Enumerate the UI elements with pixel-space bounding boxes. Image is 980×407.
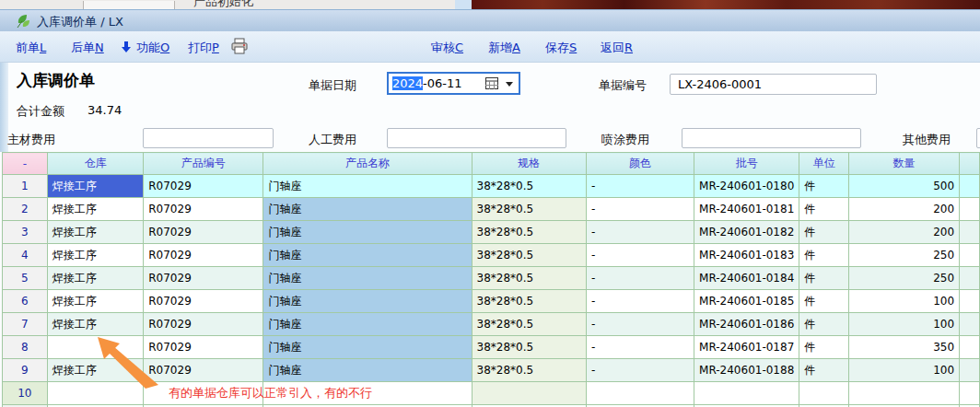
row-number-cell[interactable]: 8	[3, 336, 48, 359]
cell-qty[interactable]: 200	[849, 221, 960, 244]
material-fee-input[interactable]	[143, 128, 274, 148]
prev-doc-button[interactable]: 前单L	[16, 40, 46, 56]
cell-batch[interactable]: MR-240601-0187	[694, 336, 799, 359]
cell-color[interactable]: -	[587, 198, 694, 221]
cell-spec[interactable]	[472, 382, 586, 405]
functions-menu-button[interactable]: 功能O	[136, 40, 169, 56]
cell-batch[interactable]: MR-240601-0182	[694, 221, 799, 244]
cell-spec[interactable]: 38*28*0.5	[472, 290, 586, 313]
cell-name[interactable]: 门轴座	[263, 290, 472, 313]
cell-name[interactable]: 门轴座	[263, 198, 472, 221]
cell-batch[interactable]: MR-240601-0188	[694, 359, 799, 382]
calendar-icon[interactable]	[485, 77, 498, 89]
cell-spec[interactable]: 38*28*0.5	[472, 359, 586, 382]
doc-no-input[interactable]: LX-2406-0001	[670, 74, 877, 95]
cell-name[interactable]: 门轴座	[263, 359, 472, 382]
audit-button[interactable]: 审核C	[431, 40, 463, 56]
cell-warehouse[interactable]: 焊接工序	[47, 290, 144, 313]
cell-batch[interactable]: MR-240601-0180	[694, 175, 799, 198]
cell-name[interactable]: 门轴座	[263, 313, 472, 336]
cell-unit[interactable]: 件	[799, 359, 849, 382]
doc-date-input[interactable]: 2024 -06-11	[387, 72, 520, 95]
cell-batch[interactable]: MR-240601-0186	[694, 313, 799, 336]
cell-code[interactable]: R07029	[144, 290, 263, 313]
cell-spec[interactable]: 38*28*0.5	[472, 198, 586, 221]
column-header[interactable]: 产品名称	[263, 153, 472, 175]
labor-fee-input[interactable]	[387, 128, 566, 148]
row-number-cell[interactable]: 10	[3, 382, 48, 405]
cell-unit[interactable]: 件	[799, 198, 849, 221]
spray-fee-input[interactable]	[682, 128, 861, 148]
cell-unit[interactable]: 件	[799, 313, 849, 336]
cell-qty[interactable]: 100	[849, 359, 960, 382]
cell-color[interactable]: -	[587, 336, 694, 359]
column-header[interactable]: 单位	[799, 153, 849, 175]
row-number-cell[interactable]: 5	[3, 267, 48, 290]
cell-code[interactable]: R07029	[144, 267, 263, 290]
cell-qty[interactable]: 100	[849, 313, 960, 336]
cell-qty[interactable]: 200	[849, 198, 960, 221]
cell-spec[interactable]: 38*28*0.5	[472, 221, 586, 244]
cell-code[interactable]: R07029	[144, 244, 263, 267]
cell-color[interactable]	[587, 382, 694, 405]
cell-color[interactable]: -	[587, 290, 694, 313]
cell-batch[interactable]: MR-240601-0184	[694, 267, 799, 290]
save-button[interactable]: 保存S	[545, 40, 577, 56]
cell-qty[interactable]: 100	[849, 290, 960, 313]
cell-unit[interactable]: 件	[799, 290, 849, 313]
cell-code[interactable]: R07029	[144, 198, 263, 221]
cell-unit[interactable]	[799, 382, 849, 405]
cell-color[interactable]: -	[587, 359, 694, 382]
cell-color[interactable]: -	[587, 244, 694, 267]
cell-code[interactable]: R07029	[144, 175, 263, 198]
cell-color[interactable]: -	[587, 175, 694, 198]
cell-unit[interactable]: 件	[799, 221, 849, 244]
row-number-cell[interactable]: 3	[3, 221, 48, 244]
cell-spec[interactable]: 38*28*0.5	[472, 175, 586, 198]
column-header[interactable]: 仓库	[47, 153, 144, 175]
cell-batch[interactable]: MR-240601-0181	[694, 198, 799, 221]
cell-name[interactable]: 门轴座	[263, 244, 472, 267]
cell-spec[interactable]: 38*28*0.5	[472, 336, 586, 359]
row-number-cell[interactable]: 7	[3, 313, 48, 336]
column-header[interactable]: 规格	[472, 153, 586, 175]
row-number-cell[interactable]: 4	[3, 244, 48, 267]
cell-warehouse[interactable]: 焊接工序	[47, 198, 144, 221]
cell-spec[interactable]: 38*28*0.5	[472, 244, 586, 267]
cell-code[interactable]: R07029	[144, 221, 263, 244]
cell-unit[interactable]: 件	[799, 336, 849, 359]
date-dropdown-arrow-icon[interactable]	[506, 82, 513, 87]
cell-batch[interactable]	[694, 382, 799, 405]
cell-warehouse[interactable]: 焊接工序	[47, 221, 144, 244]
cell-warehouse[interactable]: 焊接工序	[47, 244, 144, 267]
column-header[interactable]: 数量	[849, 153, 960, 175]
row-number-cell[interactable]: 2	[3, 198, 48, 221]
other-fee-input[interactable]	[976, 128, 980, 148]
row-number-cell[interactable]: 6	[3, 290, 48, 313]
cell-qty[interactable]	[849, 382, 960, 405]
cell-qty[interactable]: 350	[849, 336, 960, 359]
add-new-button[interactable]: 新增A	[488, 40, 520, 56]
printer-icon[interactable]	[230, 38, 249, 54]
cell-name[interactable]: 门轴座	[263, 221, 472, 244]
cell-qty[interactable]: 500	[849, 175, 960, 198]
column-header[interactable]: -	[3, 153, 48, 175]
cell-name[interactable]: 门轴座	[263, 336, 472, 359]
cell-color[interactable]: -	[587, 221, 694, 244]
cell-color[interactable]: -	[587, 313, 694, 336]
cell-warehouse[interactable]: 焊接工序	[47, 267, 144, 290]
cell-spec[interactable]: 38*28*0.5	[472, 267, 586, 290]
cell-qty[interactable]: 250	[849, 267, 960, 290]
cell-unit[interactable]: 件	[799, 244, 849, 267]
column-header[interactable]: 批号	[694, 153, 799, 175]
column-header[interactable]: 颜色	[587, 153, 694, 175]
cell-spec[interactable]: 38*28*0.5	[472, 313, 586, 336]
row-number-cell[interactable]: 1	[3, 175, 48, 198]
cell-color[interactable]: -	[587, 267, 694, 290]
cell-name[interactable]: 门轴座	[263, 175, 472, 198]
column-header[interactable]: 产品编号	[144, 153, 263, 175]
cell-qty[interactable]: 250	[849, 244, 960, 267]
cell-unit[interactable]: 件	[799, 175, 849, 198]
cell-unit[interactable]: 件	[799, 267, 849, 290]
return-button[interactable]: 返回R	[601, 40, 633, 56]
